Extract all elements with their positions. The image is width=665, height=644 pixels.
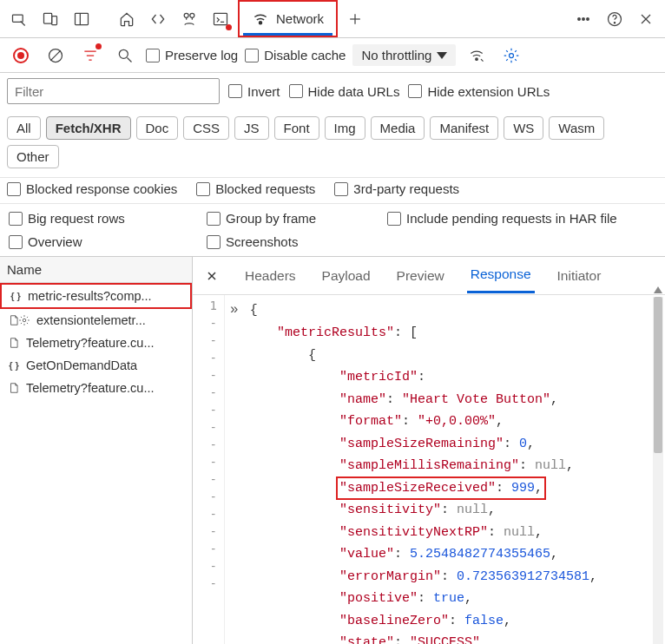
inspect-icon[interactable] — [5, 5, 33, 33]
disable-cache-checkbox[interactable]: Disable cache — [245, 48, 346, 62]
line-number: - — [193, 503, 224, 521]
detail-tab-response[interactable]: Response — [467, 258, 535, 293]
request-row[interactable]: Telemetry?feature.cu... — [0, 377, 192, 399]
request-row[interactable]: GetOnDemandData — [0, 354, 192, 377]
new-tab-icon[interactable] — [341, 5, 369, 33]
type-chip-fetchxhr[interactable]: Fetch/XHR — [46, 116, 131, 140]
group-by-frame-label: Group by frame — [226, 211, 316, 226]
svg-point-12 — [583, 17, 585, 20]
record-button[interactable] — [7, 42, 35, 69]
network-tab[interactable]: Network — [238, 0, 338, 37]
type-chip-img[interactable]: Img — [325, 116, 365, 140]
type-chip-other[interactable]: Other — [7, 145, 59, 168]
svg-point-5 — [184, 13, 188, 17]
detail-tab-payload[interactable]: Payload — [319, 260, 374, 292]
dock-side-icon[interactable] — [68, 5, 95, 33]
svg-point-23 — [510, 53, 514, 57]
json-icon — [9, 289, 23, 303]
search-icon[interactable] — [111, 42, 139, 69]
sources-tab-icon[interactable] — [175, 5, 203, 33]
line-number: - — [193, 347, 224, 365]
hide-extension-urls-checkbox[interactable]: Hide extension URLs — [408, 84, 550, 99]
type-chip-ws[interactable]: WS — [504, 116, 543, 140]
document-icon — [7, 381, 21, 395]
request-name: metric-results?comp... — [28, 289, 152, 303]
big-request-rows-label: Big request rows — [28, 211, 125, 226]
invert-label: Invert — [247, 84, 280, 99]
big-request-rows-checkbox[interactable]: Big request rows — [9, 211, 182, 226]
line-number: - — [193, 521, 224, 538]
blocked-response-cookies-checkbox[interactable]: Blocked response cookies — [7, 181, 177, 196]
line-number: - — [193, 382, 224, 399]
hide-data-urls-checkbox[interactable]: Hide data URLs — [289, 84, 400, 99]
type-chip-media[interactable]: Media — [371, 116, 425, 140]
settings-icon[interactable] — [497, 42, 525, 69]
include-pending-har-checkbox[interactable]: Include pending requests in HAR file — [387, 211, 656, 226]
screenshots-checkbox[interactable]: Screenshots — [207, 234, 363, 249]
elements-tab-icon[interactable] — [144, 5, 172, 33]
svg-point-11 — [578, 17, 581, 20]
svg-point-8 — [260, 21, 262, 23]
scrollbar-thumb[interactable] — [654, 297, 662, 453]
third-party-label: 3rd-party requests — [353, 181, 459, 196]
response-body: 1---------------- » { "metricResults": [… — [193, 295, 665, 644]
request-row[interactable]: metric-results?comp... — [0, 283, 192, 309]
group-by-frame-checkbox[interactable]: Group by frame — [207, 211, 363, 226]
filter-toggle-icon[interactable] — [76, 42, 104, 69]
svg-point-15 — [614, 22, 615, 23]
third-party-checkbox[interactable]: 3rd-party requests — [334, 181, 459, 196]
type-chip-manifest[interactable]: Manifest — [430, 116, 498, 140]
type-chip-css[interactable]: CSS — [183, 116, 229, 140]
network-conditions-icon[interactable] — [463, 42, 491, 69]
type-chip-all[interactable]: All — [7, 116, 41, 140]
preserve-log-checkbox[interactable]: Preserve log — [146, 48, 238, 62]
invert-checkbox[interactable]: Invert — [228, 84, 280, 99]
detail-tab-initiator[interactable]: Initiator — [554, 260, 605, 292]
detail-tab-preview[interactable]: Preview — [393, 260, 448, 292]
welcome-tab-icon[interactable] — [113, 5, 141, 33]
json-viewer[interactable]: » { "metricResults": [ { "metricId": "na… — [225, 295, 665, 644]
filter-row: Invert Hide data URLs Hide extension URL… — [0, 73, 665, 178]
gear-icon — [17, 313, 31, 327]
overview-checkbox[interactable]: Overview — [9, 234, 182, 249]
request-row[interactable]: Telemetry?feature.cu... — [0, 332, 192, 354]
svg-line-19 — [50, 50, 61, 61]
more-icon[interactable] — [570, 5, 597, 33]
device-toggle-icon[interactable] — [36, 5, 64, 33]
request-name: Telemetry?feature.cu... — [26, 336, 155, 350]
panel-options: Big request rows Group by frame Include … — [0, 204, 665, 257]
name-column-header: Name — [0, 257, 192, 283]
filter-input[interactable] — [7, 78, 220, 104]
help-icon[interactable] — [601, 5, 629, 33]
line-number: - — [193, 417, 224, 434]
type-filter-chips: AllFetch/XHRDocCSSJSFontImgMediaManifest… — [7, 113, 658, 172]
request-detail-pane: HeadersPayloadPreviewResponseInitiator 1… — [193, 257, 665, 644]
type-chip-doc[interactable]: Doc — [136, 116, 179, 140]
type-chip-font[interactable]: Font — [274, 116, 319, 140]
clear-button[interactable] — [42, 42, 69, 69]
line-number: - — [193, 555, 224, 573]
svg-rect-3 — [76, 13, 89, 24]
line-number: - — [193, 573, 224, 590]
svg-rect-0 — [13, 15, 23, 22]
close-detail-icon[interactable] — [201, 266, 222, 286]
blocked-requests-label: Blocked requests — [215, 181, 315, 196]
disable-cache-label: Disable cache — [264, 48, 346, 62]
type-chip-js[interactable]: JS — [234, 116, 269, 140]
json-icon — [7, 358, 21, 372]
blocked-requests-checkbox[interactable]: Blocked requests — [196, 181, 315, 196]
network-toolbar: Preserve log Disable cache No throttling — [0, 38, 665, 73]
request-row[interactable]: extensiontelemetr... — [0, 309, 192, 332]
line-number: - — [193, 538, 224, 555]
detail-tab-headers[interactable]: Headers — [241, 260, 300, 292]
devtools-tabstrip: Network — [0, 0, 665, 38]
screenshots-label: Screenshots — [226, 234, 298, 249]
console-tab-icon[interactable] — [207, 5, 234, 33]
type-chip-wasm[interactable]: Wasm — [549, 116, 604, 140]
hide-data-urls-label: Hide data URLs — [308, 84, 400, 99]
throttling-select[interactable]: No throttling — [352, 44, 456, 66]
line-gutter: 1---------------- — [193, 295, 225, 644]
line-number: - — [193, 399, 224, 417]
close-devtools-icon[interactable] — [632, 5, 660, 33]
scrollbar[interactable] — [653, 297, 663, 644]
